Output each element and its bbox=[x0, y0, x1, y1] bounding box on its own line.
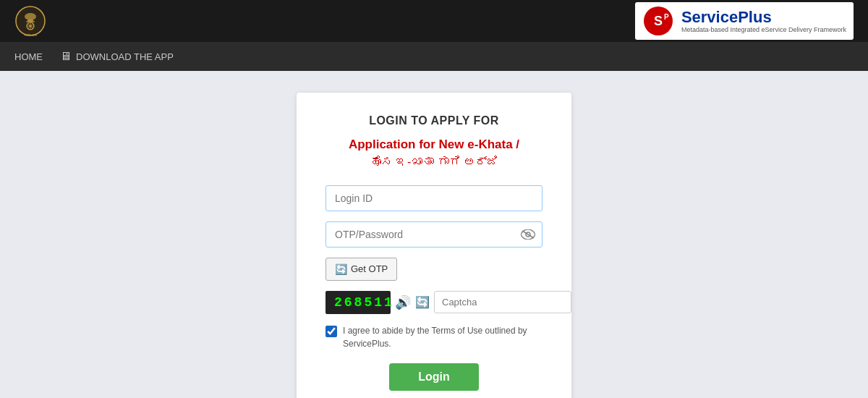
serviceplus-text: ServicePlus Metadata-based Integrated eS… bbox=[681, 9, 846, 33]
serviceplus-title: ServicePlus bbox=[681, 9, 846, 26]
terms-checkbox[interactable] bbox=[326, 326, 337, 337]
serviceplus-logo: S P ServicePlus Metadata-based Integrate… bbox=[635, 2, 854, 40]
captcha-refresh-icon: 🔄 bbox=[415, 295, 430, 309]
sp-logo-icon: S P bbox=[642, 5, 674, 37]
svg-point-2 bbox=[25, 13, 36, 20]
app-name-kannada: ಹೊಸ ಇ-ಖಾತಾ ಗಾಗಿ ಅರ್ಜಿ bbox=[326, 153, 542, 171]
captcha-image: 268511 bbox=[326, 291, 391, 314]
audio-icon: 🔊 bbox=[395, 295, 411, 310]
login-id-group bbox=[326, 185, 542, 211]
svg-text:P: P bbox=[664, 13, 669, 21]
nav-download[interactable]: 🖥 DOWNLOAD THE APP bbox=[60, 50, 174, 63]
nav-home[interactable]: HOME bbox=[14, 51, 43, 62]
toggle-password-button[interactable] bbox=[519, 228, 537, 241]
captcha-audio-button[interactable]: 🔊 bbox=[395, 295, 411, 310]
password-wrapper bbox=[326, 221, 542, 247]
login-button[interactable]: Login bbox=[389, 363, 479, 391]
otp-row: 🔄 Get OTP bbox=[326, 258, 542, 281]
nav-download-label: DOWNLOAD THE APP bbox=[76, 51, 174, 62]
login-title: LOGIN TO APPLY FOR bbox=[326, 114, 542, 127]
main-content: LOGIN TO APPLY FOR Application for New e… bbox=[0, 71, 868, 398]
eye-icon bbox=[521, 229, 535, 240]
header: सत्यमेव जयते S P ServicePlus Metadata-ba… bbox=[0, 0, 868, 42]
navbar: HOME 🖥 DOWNLOAD THE APP bbox=[0, 42, 868, 71]
app-name-english: Application for New e-Khata / bbox=[326, 136, 542, 153]
government-emblem-icon: सत्यमेव जयते bbox=[14, 5, 46, 37]
captcha-input[interactable] bbox=[434, 291, 571, 313]
login-card: LOGIN TO APPLY FOR Application for New e… bbox=[297, 93, 571, 398]
svg-text:S: S bbox=[654, 14, 663, 28]
header-left: सत्यमेव जयते bbox=[14, 5, 46, 37]
svg-text:सत्यमेव जयते: सत्यमेव जयते bbox=[23, 33, 38, 37]
password-input[interactable] bbox=[326, 221, 542, 247]
get-otp-button[interactable]: 🔄 Get OTP bbox=[326, 258, 397, 281]
refresh-icon: 🔄 bbox=[335, 263, 347, 275]
serviceplus-subtitle: Metadata-based Integrated eService Deliv… bbox=[681, 26, 846, 33]
terms-text: I agree to abide by the Terms of Use out… bbox=[343, 324, 542, 350]
terms-row: I agree to abide by the Terms of Use out… bbox=[326, 324, 542, 350]
password-group bbox=[326, 221, 542, 247]
download-icon: 🖥 bbox=[60, 50, 72, 63]
get-otp-label: Get OTP bbox=[351, 263, 388, 274]
captcha-row: 268511 🔊 🔄 bbox=[326, 291, 542, 314]
login-id-input[interactable] bbox=[326, 185, 542, 211]
captcha-refresh-button[interactable]: 🔄 bbox=[415, 295, 430, 309]
